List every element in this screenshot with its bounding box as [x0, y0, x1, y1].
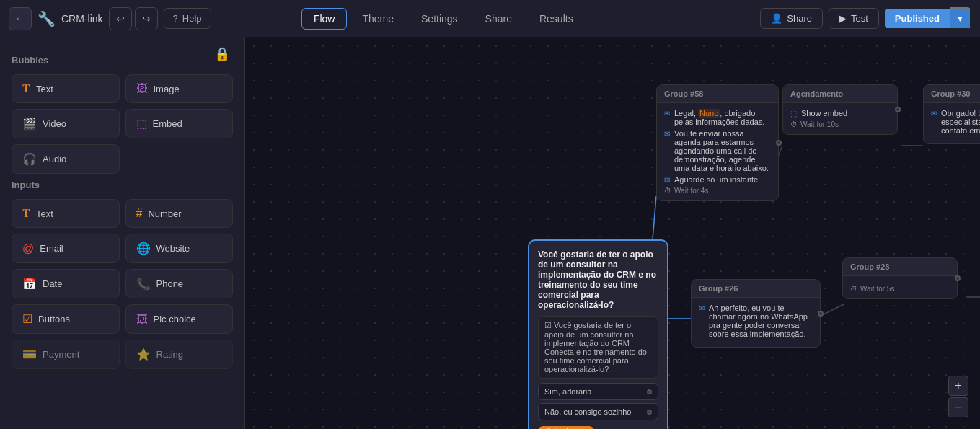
node-agendamento-text1: Show embed: [801, 109, 847, 118]
back-button[interactable]: ←: [9, 7, 32, 30]
embed-icon: ⬚: [790, 110, 797, 118]
node-row: ✉ Legal, Nuno, obrigado pelas informaçõe…: [664, 109, 771, 126]
wait-label: Wait for 5s: [860, 285, 894, 293]
published-main-button[interactable]: Published: [885, 9, 950, 28]
sidebar-item-video-label: Video: [43, 118, 66, 129]
sidebar-item-pic-choice[interactable]: 🖼 Pic choice: [125, 304, 234, 334]
node-agendamento[interactable]: Agendamento ⬚ Show embed ⏱ Wait for 10s: [782, 84, 898, 135]
help-button[interactable]: ? Help: [164, 8, 211, 29]
answer-option-1-label: Sim, adoraria: [544, 387, 591, 396]
app-name: CRM-link: [61, 13, 103, 25]
sidebar-item-number-label: Number: [148, 208, 181, 219]
wait-row: ⏱ Wait for 4s: [664, 187, 771, 195]
connector-dot-right: [955, 275, 961, 281]
undo-button[interactable]: ↩: [109, 7, 132, 30]
connector-dot-right: [895, 107, 901, 112]
node-group30-top-header: Group #30: [924, 85, 980, 103]
answer-dot-2: [647, 410, 652, 415]
audio-bubble-icon: 🎧: [22, 152, 37, 166]
node-group58-text1: Legal, Nuno, obrigado pelas informações …: [674, 109, 771, 126]
answer-option-2[interactable]: Não, eu consigo sozinho: [538, 403, 658, 420]
date-input-icon: 📅: [22, 277, 37, 291]
answer-dot-1: [647, 389, 652, 394]
node-group30-top-body: ✉ Obrigado! Um de nossos especialistas e…: [924, 103, 980, 143]
logo-icon: 🔧: [37, 10, 56, 27]
node-group30-top[interactable]: Group #30 ✉ Obrigado! Um de nossos espec…: [923, 84, 980, 144]
sidebar-item-pic-choice-label: Pic choice: [154, 314, 196, 324]
sidebar-item-text[interactable]: 𝐓 Text: [12, 74, 120, 103]
sidebar-item-embed-label: Embed: [153, 118, 182, 129]
sidebar-item-text-label: Text: [36, 84, 53, 94]
pic-choice-input-icon: 🖼: [136, 313, 148, 326]
share-icon: 👤: [771, 13, 782, 24]
node-group58-text2: Vou te enviar nossa agenda para estarmos…: [674, 129, 771, 172]
embed-bubble-icon: ⬚: [136, 117, 147, 131]
sidebar-item-buttons[interactable]: ☑ Buttons: [12, 304, 120, 334]
published-dropdown-button[interactable]: ▾: [950, 7, 971, 30]
node-group26-text: Ah perfeito, eu vou te chamar agora no W…: [709, 304, 813, 338]
node-row: ✉ Aguarde só um instante: [664, 175, 771, 184]
buttons-input-icon: ☑: [22, 312, 32, 326]
answer-option-1[interactable]: Sim, adoraria: [538, 383, 658, 400]
wait-label: Wait for 10s: [800, 120, 839, 128]
node-group28[interactable]: Group #28 ⏱ Wait for 5s: [842, 257, 958, 299]
test-label: Test: [851, 13, 868, 24]
zoom-controls: + −: [948, 376, 968, 417]
tab-theme[interactable]: Theme: [350, 8, 406, 30]
connector-dot-right: [776, 140, 782, 146]
sidebar-item-payment-label: Payment: [43, 349, 79, 360]
node-row: ✉ Ah perfeito, eu vou te chamar agora no…: [699, 304, 813, 338]
email-input-icon: @: [22, 242, 34, 255]
tab-results[interactable]: Results: [527, 8, 586, 30]
node-group30-top-text: Obrigado! Um de nossos especialistas ent…: [941, 109, 980, 135]
help-icon: ?: [173, 13, 178, 24]
message-icon: ✉: [699, 304, 705, 312]
clock-icon: ⏱: [790, 120, 798, 128]
tab-share[interactable]: Share: [473, 8, 524, 30]
clock-icon: ⏱: [664, 187, 671, 195]
sidebar-item-website-label: Website: [156, 243, 190, 254]
sidebar-item-text-input[interactable]: 𝐓 Text: [12, 199, 120, 228]
topbar: ← 🔧 CRM-link ↩ ↪ ? Help Flow Theme Setti…: [0, 0, 980, 37]
redo-button[interactable]: ↪: [135, 7, 158, 30]
sidebar-item-embed[interactable]: ⬚ Embed: [125, 109, 234, 138]
sidebar-item-phone[interactable]: 📞 Phone: [125, 269, 234, 298]
message-icon: ✉: [664, 130, 670, 138]
zoom-in-button[interactable]: +: [948, 376, 968, 396]
text-input-icon: 𝐓: [22, 207, 30, 220]
nav-tabs: Flow Theme Settings Share Results: [301, 8, 586, 30]
topbar-right: 👤 Share ▶ Test Published ▾: [760, 7, 971, 30]
sidebar-item-email-label: Email: [40, 243, 63, 254]
node-group26[interactable]: Group #26 ✉ Ah perfeito, eu vou te chama…: [691, 279, 821, 348]
sidebar-item-number[interactable]: # Number: [125, 199, 234, 228]
test-icon: ▶: [839, 13, 847, 24]
sidebar-item-audio[interactable]: 🎧 Audio: [12, 144, 120, 174]
rating-input-icon: ⭐: [136, 348, 151, 361]
sidebar-item-email[interactable]: @ Email: [12, 234, 120, 263]
sidebar-item-date[interactable]: 📅 Date: [12, 269, 120, 298]
clock-icon: ⏱: [850, 285, 857, 293]
tab-flow[interactable]: Flow: [301, 8, 348, 30]
test-button[interactable]: ▶ Test: [829, 8, 879, 29]
node-agendamento-header: Agendamento: [783, 85, 897, 103]
phone-input-icon: 📞: [136, 277, 151, 291]
question-bubble: ☑ Você gostaria de ter o apoio de um con…: [538, 316, 658, 379]
sidebar-item-text-input-label: Text: [36, 208, 53, 219]
undo-redo-group: ↩ ↪: [109, 7, 158, 30]
sidebar-item-payment[interactable]: 💳 Payment: [12, 340, 120, 369]
sidebar-item-image[interactable]: 🖼 Image: [125, 74, 234, 103]
selected-question-card[interactable]: Você gostaria de ter o apoio de um consu…: [528, 239, 668, 429]
node-group58-body: ✉ Legal, Nuno, obrigado pelas informaçõe…: [657, 103, 778, 200]
share-button[interactable]: 👤 Share: [760, 8, 823, 29]
sidebar-item-video[interactable]: 🎬 Video: [12, 109, 120, 138]
zoom-out-button[interactable]: −: [948, 397, 968, 417]
node-group28-header: Group #28: [843, 258, 957, 276]
cta-badge: Não implemento: [538, 426, 594, 429]
published-button-group: Published ▾: [885, 7, 971, 30]
sidebar-item-website[interactable]: 🌐 Website: [125, 234, 234, 263]
sidebar-item-rating[interactable]: ⭐ Rating: [125, 340, 234, 369]
tab-settings[interactable]: Settings: [409, 8, 470, 30]
node-group58[interactable]: Group #58 ✉ Legal, Nuno, obrigado pelas …: [656, 84, 779, 201]
node-group58-text3: Aguarde só um instante: [674, 175, 758, 184]
website-input-icon: 🌐: [136, 242, 151, 255]
